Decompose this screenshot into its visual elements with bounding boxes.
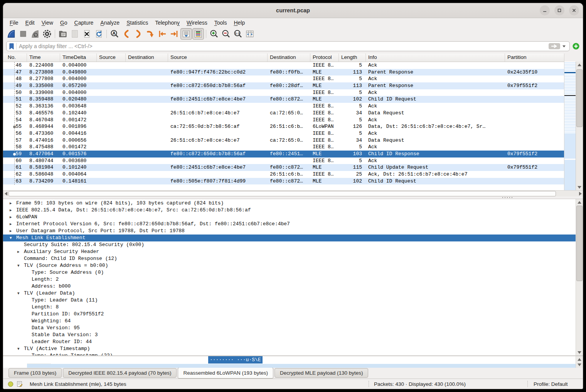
column-header-length[interactable]: Length xyxy=(339,54,366,62)
capture-comment-button[interactable] xyxy=(17,381,23,387)
detail-line[interactable]: ▾TLV (Source Address = b0:00) xyxy=(3,262,576,269)
packet-row-52[interactable]: 528.3631360.003648IEEE 8…5Ack xyxy=(3,103,564,110)
zoom-out-button[interactable] xyxy=(220,28,232,40)
detail-line[interactable]: ▾TLV (Leader Data) xyxy=(3,290,576,297)
packet-row-54[interactable]: 548.4670480.001472IEEE 8…5Ack xyxy=(3,117,564,124)
menu-wireless[interactable]: Wireless xyxy=(183,19,211,27)
byte-tab-active[interactable]: Reassembled 6LoWPAN (193 bytes) xyxy=(178,367,273,379)
filter-dropdown-caret-icon[interactable] xyxy=(562,45,566,47)
detail-line[interactable]: ▸Internet Protocol Version 6, Src: fe80:… xyxy=(3,221,576,228)
resize-grip[interactable] xyxy=(578,384,582,388)
packet-row-61[interactable]: 618.5819840.101240fe80::2451:c6b7:e8ce:4… xyxy=(3,164,564,171)
intelligent-scrollbar-minimap[interactable] xyxy=(564,62,576,190)
menu-telephony[interactable]: Telephony xyxy=(152,19,183,27)
detail-line[interactable]: Weighting: 64 xyxy=(3,318,576,325)
apply-filter-button[interactable] xyxy=(549,43,560,49)
detail-line[interactable]: Data Version: 95 xyxy=(3,325,576,332)
expander-open-icon[interactable]: ▾ xyxy=(10,235,12,241)
packet-row-59[interactable]: 598.4770640.001576fe80::c872:650d:b7b8:5… xyxy=(3,151,564,157)
add-filter-button[interactable] xyxy=(572,42,580,50)
detail-line[interactable]: Type: Source Address (0) xyxy=(3,269,576,276)
packet-row-57[interactable]: 578.4740160.00065626:51:c6:b7:e8:ce:4b:e… xyxy=(3,137,564,144)
byte-tab-inactive[interactable]: Frame (103 bytes) xyxy=(8,368,62,378)
close-file-button[interactable] xyxy=(81,28,93,40)
expander-closed-icon[interactable]: ▸ xyxy=(10,228,12,235)
go-forward-button[interactable] xyxy=(133,28,144,40)
column-header-destination[interactable]: Destination xyxy=(268,54,310,62)
colorize-packets-button[interactable] xyxy=(192,28,204,40)
detail-line[interactable]: ▸Frame 59: 103 bytes on wire (824 bits),… xyxy=(3,200,576,207)
vscroll-thumb[interactable] xyxy=(576,69,583,127)
scroll-down-arrow-icon[interactable] xyxy=(576,349,583,355)
detail-line[interactable]: Leader Router ID: 44 xyxy=(3,338,576,345)
packet-row-53[interactable]: 538.4655760.10244026:51:c6:b7:e8:ce:4b:e… xyxy=(3,110,564,117)
detail-line[interactable]: Length: 8 xyxy=(3,304,576,311)
expander-open-icon[interactable]: ▾ xyxy=(17,290,20,297)
detail-line[interactable]: ▾Mesh Link Establishment xyxy=(3,235,576,241)
minimize-button[interactable] xyxy=(540,5,550,15)
column-header-protocol[interactable]: Protocol xyxy=(310,54,339,62)
column-header-source[interactable]: Source xyxy=(97,54,126,62)
byte-tab-inactive[interactable]: Decrypted IEEE 802.15.4 payload (70 byte… xyxy=(63,368,177,378)
detail-line[interactable]: Type: Active Timestamp (22) xyxy=(3,352,576,355)
packet-row-55[interactable]: 558.4689440.001896ca:72:65:0d:b7:b8:56:a… xyxy=(3,123,564,130)
detail-line[interactable]: Address: b000 xyxy=(3,283,576,290)
expander-open-icon[interactable]: ▾ xyxy=(17,262,20,269)
scroll-down-arrow-icon[interactable] xyxy=(576,362,583,368)
detail-line[interactable]: ▾TLV (Active Timestamp) xyxy=(3,345,576,352)
find-packet-button[interactable]: A xyxy=(109,28,120,40)
menu-file[interactable]: File xyxy=(6,19,22,27)
expander-closed-icon[interactable]: ▸ xyxy=(10,207,12,214)
start-capture-button[interactable] xyxy=(5,28,17,40)
display-filter-input[interactable] xyxy=(17,43,549,49)
packet-row-50[interactable]: 508.3390080.004000IEEE 8…5Ack xyxy=(3,89,564,96)
close-button[interactable] xyxy=(569,5,579,15)
scroll-up-arrow-icon[interactable] xyxy=(576,62,583,68)
scroll-down-arrow-icon[interactable] xyxy=(576,184,583,190)
column-header-timedelta[interactable]: TimeDelta xyxy=(60,54,97,62)
expander-open-icon[interactable]: ▾ xyxy=(17,345,20,352)
hex-ascii-selected[interactable]: ········ ···u·S\E xyxy=(208,356,263,364)
menu-help[interactable]: Help xyxy=(230,19,248,27)
expander-closed-icon[interactable]: ▸ xyxy=(10,221,12,228)
scroll-right-arrow-icon[interactable] xyxy=(578,191,583,196)
packet-list-vscrollbar[interactable] xyxy=(576,62,583,190)
expander-closed-icon[interactable]: ▸ xyxy=(17,248,20,255)
detail-line[interactable]: Partition ID: 0x79f551f2 xyxy=(3,311,576,318)
expander-closed-icon[interactable]: ▸ xyxy=(10,214,12,221)
detail-line[interactable]: Security Suite: 802.15.4 Security (0x00) xyxy=(3,241,576,248)
column-header-info[interactable]: Info xyxy=(366,54,505,62)
go-back-button[interactable] xyxy=(121,28,132,40)
packet-list-hscrollbar[interactable] xyxy=(3,190,583,196)
packet-row-63[interactable]: 638.7342090.148161fe80::505e:f807:7f81:4… xyxy=(3,178,564,185)
reload-file-button[interactable] xyxy=(93,28,104,40)
packet-row-60[interactable]: 608.4807440.003680IEEE 8…5Ack xyxy=(3,157,564,164)
bytes-vscrollbar[interactable] xyxy=(576,356,583,368)
packet-row-47[interactable]: 478.2738080.049800fe80::947f:f476:22bc:c… xyxy=(3,69,564,76)
menu-edit[interactable]: Edit xyxy=(22,19,38,27)
status-profile[interactable]: Profile: Default xyxy=(534,381,568,387)
detail-line[interactable]: ▸Auxiliary Security Header xyxy=(3,248,576,255)
auto-scroll-button[interactable] xyxy=(180,28,192,40)
menu-go[interactable]: Go xyxy=(57,19,71,27)
display-filter-box[interactable] xyxy=(6,41,570,51)
scroll-up-arrow-icon[interactable] xyxy=(576,199,583,205)
packet-row-46[interactable]: 468.2240080.004000IEEE 8…5Ack xyxy=(3,62,564,69)
maximize-button[interactable] xyxy=(554,5,564,15)
resize-columns-button[interactable] xyxy=(244,28,256,40)
detail-line[interactable]: ▸IEEE 802.15.4 Data, Dst: 26:51:c6:b7:e8… xyxy=(3,207,576,214)
open-file-button[interactable] xyxy=(57,28,69,40)
packet-row-49[interactable]: 498.3350080.057200fe80::c872:650d:b7b8:5… xyxy=(3,82,564,89)
packet-row-48[interactable]: 488.2778080.004000IEEE 8…5Ack xyxy=(3,75,564,82)
byte-tab-inactive[interactable]: Decrypted MLE payload (130 bytes) xyxy=(274,368,368,378)
packet-row-58[interactable]: 588.4754880.001472IEEE 8…5Ack xyxy=(3,144,564,151)
packet-row-62[interactable]: 628.5860480.00406426:51:c6:b…IEEE 8…25Ac… xyxy=(3,171,564,178)
list-details-splitter[interactable] xyxy=(3,196,583,199)
zoom-in-button[interactable] xyxy=(208,28,220,40)
details-vscroll-thumb[interactable] xyxy=(576,206,583,281)
packet-row-51[interactable]: 518.3594880.020480fe80::2451:c6b7:e8ce:4… xyxy=(3,96,564,103)
zoom-original-button[interactable]: 1:1 xyxy=(232,28,244,40)
hscroll-thumb[interactable] xyxy=(8,191,556,196)
scroll-left-arrow-icon[interactable] xyxy=(3,191,8,196)
detail-line[interactable]: Length: 2 xyxy=(3,276,576,283)
